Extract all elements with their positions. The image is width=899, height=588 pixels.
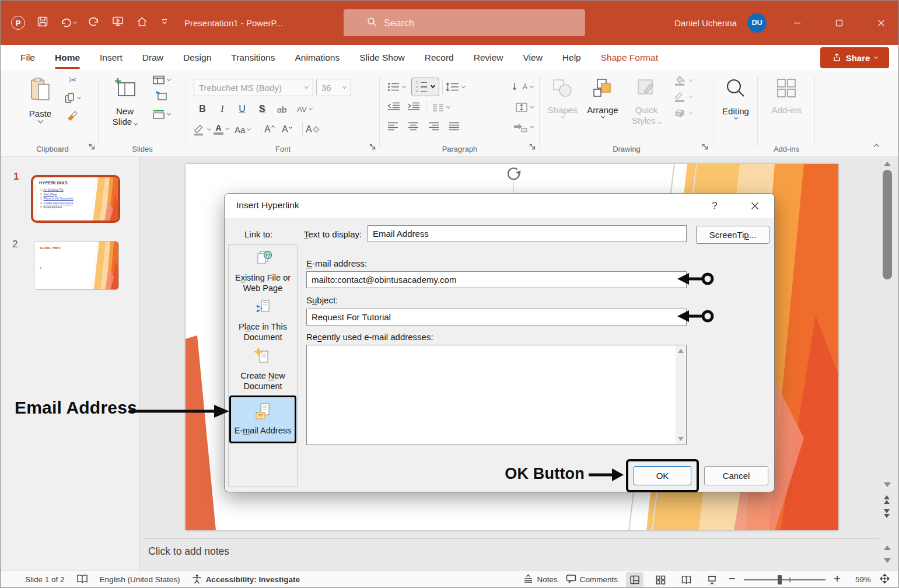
ok-button[interactable]: OK [634,466,691,485]
comments-toggle[interactable]: Comments [566,574,618,585]
font-family-combo[interactable]: Trebuchet MS (Body) [194,79,313,96]
align-left-icon[interactable] [387,122,398,133]
shape-effects-icon[interactable] [673,108,692,118]
clipboard-dialog-launcher-icon[interactable] [89,142,95,152]
text-direction-button[interactable]: A [513,82,533,92]
dialog-title-bar[interactable]: Insert Hyperlink ? [225,194,774,218]
share-button[interactable]: Share [820,47,889,68]
tab-file[interactable]: File [18,45,37,71]
scroll-up-icon[interactable] [884,162,891,166]
dialog-help-button[interactable]: ? [706,198,723,214]
scroll-down-icon[interactable] [678,437,684,441]
increase-indent-icon[interactable] [407,102,420,113]
clear-formatting-button[interactable]: A [306,124,326,135]
quick-access-toolbar-chevron-icon[interactable] [160,17,169,29]
notes-divider[interactable] [144,538,879,539]
font-size-combo[interactable]: 36 [316,79,351,96]
tab-help[interactable]: Help [560,45,583,71]
notes-placeholder[interactable]: Click to add notes [148,545,229,558]
editing-button[interactable]: Editing [716,72,755,119]
arrange-button[interactable]: Arrange [582,72,623,118]
slide-layout-icon[interactable] [153,75,170,85]
align-text-button[interactable] [516,103,533,112]
tab-review[interactable]: Review [471,45,506,71]
search-box[interactable]: Search [344,9,585,36]
bullets-button[interactable] [387,82,405,92]
align-right-icon[interactable] [428,122,439,133]
section-icon[interactable] [153,110,170,119]
paste-button[interactable]: Paste [22,71,59,123]
character-spacing-button[interactable]: AV [292,101,317,117]
next-slide-button[interactable] [884,509,890,518]
numbering-button[interactable]: 1 2 3 [411,78,439,96]
cut-icon[interactable]: ✂ [68,75,76,86]
tab-record[interactable]: Record [422,45,456,71]
highlight-pen-icon[interactable] [193,123,214,136]
tab-slide-show[interactable]: Slide Show [357,45,407,71]
close-window-button[interactable] [868,1,894,45]
slide-2-thumbnail[interactable]: SLIDE TWO 1. [34,241,119,290]
new-slide-button[interactable]: NewSlide [104,71,146,127]
powerpoint-logo-icon[interactable]: P [11,16,25,30]
zoom-out-button[interactable] [729,575,736,584]
notes-toggle[interactable]: Notes [523,574,557,585]
paragraph-dialog-launcher-icon[interactable] [529,142,536,152]
format-painter-icon[interactable] [67,110,79,123]
save-icon[interactable] [37,16,48,30]
sidebar-item-existing-file-or-web-page[interactable]: Existing File or Web Page [229,249,296,295]
quick-styles-button[interactable]: QuickStyles [625,72,667,126]
increase-font-size-button[interactable]: A [264,124,282,135]
zoom-level[interactable]: 59% [849,575,871,584]
slide-1-thumbnail[interactable]: HYPERLINKS 1. An Existing File 2. Web Pa… [31,175,120,223]
collapse-ribbon-icon[interactable] [874,141,879,151]
tab-animations[interactable]: Animations [292,45,342,71]
zoom-slider[interactable] [744,575,825,585]
notes-scroll-up-icon[interactable] [884,545,891,550]
cancel-button[interactable]: Cancel [704,466,768,485]
avatar[interactable]: DU [747,13,767,33]
fit-slide-to-window-icon[interactable] [879,573,890,586]
tab-insert[interactable]: Insert [97,45,125,71]
minimize-button[interactable] [784,1,810,45]
rotation-handle-icon[interactable] [505,165,522,185]
tab-shape-format[interactable]: Shape Format [599,45,660,71]
slideshow-view-button[interactable] [703,572,720,587]
reading-view-button[interactable] [677,572,695,587]
accessibility-status[interactable]: Accessibility: Investigate [206,575,300,584]
justify-icon[interactable] [449,122,460,133]
italic-button[interactable]: I [212,101,232,117]
addins-button[interactable]: Add-ins [767,72,806,116]
sidebar-item-create-new-document[interactable]: Create New Document [229,346,296,393]
line-spacing-button[interactable] [446,82,465,92]
tab-draw[interactable]: Draw [140,45,166,71]
shape-outline-icon[interactable] [673,92,692,102]
bold-button[interactable]: B [193,101,212,117]
decrease-indent-icon[interactable] [387,102,400,113]
sidebar-item-place-in-this-document[interactable]: Place in This Document [229,298,296,344]
email-address-field[interactable] [306,271,687,288]
shape-fill-icon[interactable] [673,75,692,86]
dialog-close-button[interactable] [746,198,764,214]
zoom-slider-thumb[interactable] [778,575,782,584]
font-dialog-launcher-icon[interactable] [369,142,376,152]
notes-scroll-down-icon[interactable] [884,558,891,563]
decrease-font-size-button[interactable]: A [282,124,299,135]
subject-field[interactable] [306,309,687,326]
home-icon[interactable] [136,16,148,30]
align-center-icon[interactable] [408,122,419,133]
undo-icon[interactable] [60,17,76,29]
previous-slide-button[interactable] [884,495,890,504]
maximize-button[interactable] [826,1,852,45]
normal-view-button[interactable] [626,572,643,587]
start-slideshow-icon[interactable] [111,16,124,30]
listbox-scrollbar[interactable] [676,346,685,444]
scroll-up-icon[interactable] [678,349,684,353]
tab-transitions[interactable]: Transitions [229,45,277,71]
change-case-button[interactable]: Aa [235,125,258,135]
recently-used-listbox[interactable] [306,345,687,445]
underline-button[interactable]: U [232,101,252,117]
font-color-icon[interactable]: A [214,124,235,134]
drawing-dialog-launcher-icon[interactable] [702,142,708,152]
redo-icon[interactable] [88,16,100,30]
scrollbar-thumb[interactable] [883,170,892,279]
